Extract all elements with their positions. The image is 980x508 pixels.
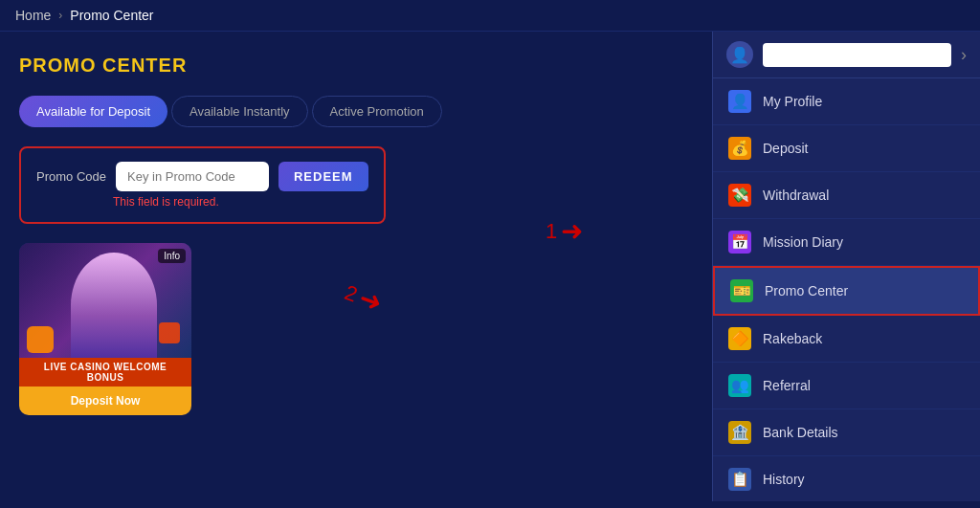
rakeback-icon: 🔶 xyxy=(728,327,751,350)
arrow-2: 2 ➜ xyxy=(341,276,387,319)
promo-code-input[interactable] xyxy=(116,162,269,191)
menu-item-bank[interactable]: 🏦 Bank Details xyxy=(713,409,980,456)
arrow-2-icon: ➜ xyxy=(355,282,387,320)
sidebar-chevron-right: › xyxy=(961,45,967,65)
sidebar-header: 👤 › xyxy=(713,32,980,78)
rakeback-label: Rakeback xyxy=(763,331,822,346)
menu-item-deposit[interactable]: 💰 Deposit xyxy=(713,125,980,172)
menu-item-referral[interactable]: 👥 Referral xyxy=(713,363,980,409)
withdrawal-label: Withdrawal xyxy=(763,188,829,203)
mission-label: Mission Diary xyxy=(763,234,843,250)
promo-card-title: LIVE CASINO WELCOME BONUS xyxy=(19,358,191,387)
menu-item-history[interactable]: 📋 History xyxy=(713,456,980,501)
promo-code-row: Promo Code REDEEM xyxy=(36,162,368,191)
profile-icon: 👤 xyxy=(728,90,751,113)
breadcrumb-chevron: › xyxy=(58,9,62,22)
sidebar-menu: 👤 › 👤 My Profile 💰 Deposit 💸 Withdrawal … xyxy=(712,32,980,501)
arrow-1-number: 1 xyxy=(546,219,557,244)
bank-icon: 🏦 xyxy=(728,421,751,444)
tab-available-instantly[interactable]: Available Instantly xyxy=(171,96,308,127)
promo-label: Promo Center xyxy=(765,283,848,298)
history-icon: 📋 xyxy=(728,468,751,491)
breadcrumb: Home › Promo Center xyxy=(0,0,980,32)
avatar-icon: 👤 xyxy=(726,41,753,68)
referral-icon: 👥 xyxy=(728,374,751,397)
menu-item-withdrawal[interactable]: 💸 Withdrawal xyxy=(713,172,980,219)
menu-item-mission[interactable]: 📅 Mission Diary xyxy=(713,219,980,266)
menu-item-rakeback[interactable]: 🔶 Rakeback xyxy=(713,316,980,363)
arrow-1: 1 ➜ xyxy=(546,215,583,247)
promo-code-box: Promo Code REDEEM This field is required… xyxy=(19,146,386,224)
tab-bar: Available for Deposit Available Instantl… xyxy=(19,96,693,127)
main-content: PROMO CENTER Available for Deposit Avail… xyxy=(0,32,712,501)
promo-card-image: Info xyxy=(19,243,191,358)
promo-card-deposit-button[interactable]: Deposit Now xyxy=(19,387,191,415)
promo-icon: 🎫 xyxy=(730,279,753,302)
mission-icon: 📅 xyxy=(728,231,751,254)
deposit-icon: 💰 xyxy=(728,137,751,160)
redeem-button[interactable]: REDEEM xyxy=(278,162,368,191)
referral-label: Referral xyxy=(763,378,811,393)
withdrawal-icon: 💸 xyxy=(728,184,751,207)
tab-available-deposit[interactable]: Available for Deposit xyxy=(19,96,167,127)
breadcrumb-current: Promo Center xyxy=(70,8,153,23)
promo-code-label: Promo Code xyxy=(36,169,106,184)
home-link[interactable]: Home xyxy=(15,8,51,23)
username-input[interactable] xyxy=(763,43,951,67)
page-title: PROMO CENTER xyxy=(19,55,693,77)
main-layout: PROMO CENTER Available for Deposit Avail… xyxy=(0,32,980,501)
promo-card-badge: Info xyxy=(158,249,186,263)
menu-item-promo[interactable]: 🎫 Promo Center xyxy=(713,266,980,316)
promo-code-error: This field is required. xyxy=(113,195,368,209)
promo-card: Info LIVE CASINO WELCOME BONUS Deposit N… xyxy=(19,243,191,415)
arrow-1-icon: ➜ xyxy=(561,215,583,247)
history-label: History xyxy=(763,472,805,487)
profile-label: My Profile xyxy=(763,94,822,109)
bank-label: Bank Details xyxy=(763,425,838,440)
menu-item-profile[interactable]: 👤 My Profile xyxy=(713,78,980,125)
deposit-label: Deposit xyxy=(763,141,808,156)
tab-active-promotion[interactable]: Active Promotion xyxy=(312,96,442,127)
